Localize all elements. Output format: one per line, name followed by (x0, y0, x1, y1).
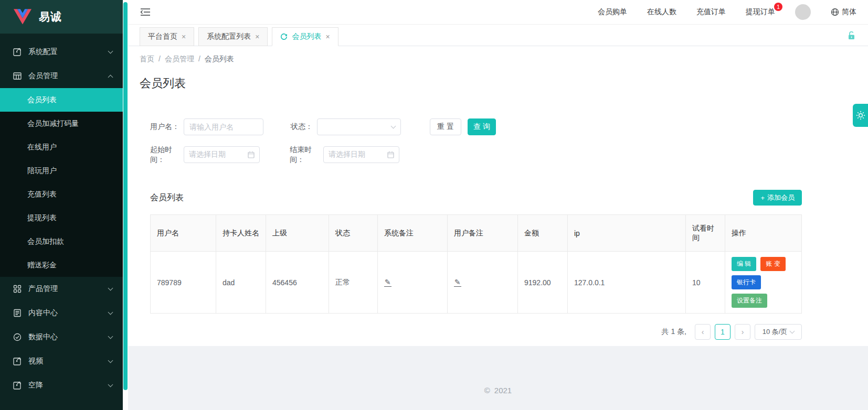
tab-platform-home[interactable]: 平台首页 × (140, 27, 194, 46)
start-date-input[interactable]: 请选择日期 (184, 146, 260, 163)
page-size-select[interactable]: 10 条/页 (755, 324, 802, 340)
plus-icon: + (760, 194, 765, 202)
copyright-year: 2021 (494, 386, 512, 395)
sidebar-subitem-recharge-list[interactable]: 充值列表 (0, 182, 123, 206)
edit-button[interactable]: 编 辑 (732, 257, 756, 271)
grid-icon (13, 285, 22, 293)
sub-item-label: 陪玩用户 (27, 166, 57, 176)
page-1-button[interactable]: 1 (715, 324, 731, 340)
add-member-button[interactable]: + 添加会员 (753, 190, 802, 206)
bank-card-button[interactable]: 银行卡 (732, 275, 761, 289)
sidebar-subitem-gift-bonus[interactable]: 赠送彩金 (0, 253, 123, 277)
cell-trial-time: 10 (686, 252, 725, 314)
tab-bar: 平台首页 × 系统配置列表 × 会员列表 × (128, 25, 868, 46)
topbar-links: 会员购单 在线人数 充值订单 提现订单 1 简体 (598, 4, 856, 20)
brand-name: 易诚 (39, 9, 62, 24)
col-parent: 上级 (266, 215, 329, 252)
sidebar-item-video[interactable]: 视频 (0, 349, 123, 373)
chevron-down-icon (108, 48, 113, 53)
close-icon[interactable]: × (182, 33, 186, 41)
link-withdraw-orders[interactable]: 提现订单 1 (746, 7, 775, 17)
chevron-down-icon (790, 329, 795, 334)
col-username: 用户名 (151, 215, 216, 252)
avatar[interactable] (795, 4, 811, 20)
edit-pencil-icon[interactable]: ✎ (384, 278, 391, 287)
sidebar-item-label: 产品管理 (28, 284, 109, 294)
page-content: 首页 / 会员管理 / 会员列表 会员列表 用户名： 状态： 重 置 查 询 起… (128, 46, 868, 346)
tab-label: 平台首页 (148, 32, 177, 41)
next-page-button[interactable]: › (735, 324, 750, 340)
breadcrumb-member-management[interactable]: 会员管理 (165, 55, 194, 64)
member-submenu: 会员列表 会员加减打码量 在线用户 陪玩用户 充值列表 提现列表 会员加扣款 赠… (0, 88, 123, 277)
gear-icon (855, 110, 866, 121)
sidebar-item-member-management[interactable]: 会员管理 (0, 64, 123, 88)
close-icon[interactable]: × (255, 33, 259, 41)
sidebar-item-content-center[interactable]: 内容中心 (0, 301, 123, 325)
sidebar-subitem-online-users[interactable]: 在线用户 (0, 135, 123, 159)
reset-button[interactable]: 重 置 (430, 118, 461, 135)
username-label: 用户名： (150, 122, 179, 132)
chevron-down-icon (108, 333, 113, 339)
sidebar-nav: 系统配置 会员管理 会员列表 会员加减打码量 在线用户 陪玩用户 充值列表 提现… (0, 34, 123, 397)
end-date-input[interactable]: 请选择日期 (323, 146, 399, 163)
chevron-down-icon (391, 124, 396, 129)
add-member-label: 添加会员 (767, 193, 795, 202)
sidebar-scrollbar-thumb[interactable] (123, 2, 128, 390)
page-footer: © 2021 (128, 346, 868, 410)
username-input[interactable] (184, 118, 263, 135)
breadcrumb: 首页 / 会员管理 / 会员列表 (140, 55, 856, 64)
sidebar-item-system-config[interactable]: 系统配置 (0, 40, 123, 64)
col-system-remark: 系统备注 (378, 215, 448, 252)
member-table: 用户名 持卡人姓名 上级 状态 系统备注 用户备注 金额 ip 试看时间 操作 (150, 214, 802, 314)
sidebar-subitem-companion-users[interactable]: 陪玩用户 (0, 159, 123, 182)
link-online-count[interactable]: 在线人数 (647, 7, 676, 17)
link-recharge-orders[interactable]: 充值订单 (696, 7, 726, 17)
tab-system-config-list[interactable]: 系统配置列表 × (198, 27, 268, 46)
tab-member-list[interactable]: 会员列表 × (272, 27, 338, 46)
sub-item-label: 会员加扣款 (27, 237, 64, 246)
refresh-icon[interactable] (280, 33, 288, 40)
top-header: 会员购单 在线人数 充值订单 提现订单 1 简体 (128, 0, 868, 25)
edit-pencil-icon[interactable]: ✎ (454, 278, 461, 287)
sidebar-subitem-member-bet-adjust[interactable]: 会员加减打码量 (0, 112, 123, 135)
prev-page-button[interactable]: ‹ (695, 324, 711, 340)
lang-label: 简体 (842, 7, 856, 17)
close-icon[interactable]: × (325, 33, 330, 41)
menu-fold-icon[interactable] (140, 7, 151, 17)
unlock-icon[interactable] (848, 31, 855, 41)
globe-icon (831, 8, 839, 16)
sub-item-label: 提现列表 (27, 213, 57, 223)
chevron-down-icon (108, 285, 113, 290)
col-trial-time: 试看时间 (686, 215, 725, 252)
filter-row-2: 起始时间： 请选择日期 结束时间： 请选择日期 (150, 145, 856, 165)
cell-parent: 456456 (266, 252, 329, 314)
brand-logo-icon (14, 9, 31, 25)
account-change-button[interactable]: 账 变 (760, 257, 785, 271)
cell-cardholder: dad (216, 252, 266, 314)
sidebar-item-product-management[interactable]: 产品管理 (0, 277, 123, 301)
sub-item-label: 在线用户 (27, 143, 57, 152)
cell-amount: 9192.00 (518, 252, 568, 314)
settings-drawer-button[interactable] (853, 104, 868, 127)
sidebar-item-airdrop[interactable]: 空降 (0, 373, 123, 397)
chevron-down-icon (108, 382, 113, 387)
sidebar-subitem-member-add-deduct[interactable]: 会员加扣款 (0, 230, 123, 253)
language-switcher[interactable]: 简体 (831, 7, 856, 17)
set-remark-button[interactable]: 设置备注 (732, 294, 767, 308)
search-button[interactable]: 查 询 (468, 118, 496, 135)
sidebar-subitem-withdraw-list[interactable]: 提现列表 (0, 206, 123, 230)
sidebar-item-data-center[interactable]: 数据中心 (0, 325, 123, 349)
status-select[interactable] (317, 118, 401, 135)
breadcrumb-home[interactable]: 首页 (140, 55, 154, 64)
sidebar-subitem-member-list[interactable]: 会员列表 (0, 88, 123, 112)
edit-square-icon (13, 381, 22, 390)
page-size-label: 10 条/页 (763, 327, 788, 337)
sub-item-label: 充值列表 (27, 190, 57, 199)
cell-username: 789789 (151, 252, 216, 314)
col-status: 状态 (329, 215, 378, 252)
link-member-orders[interactable]: 会员购单 (598, 7, 627, 17)
table-row: 789789 dad 456456 正常 ✎ ✎ 9192.00 127.0.0… (151, 252, 802, 314)
total-count: 共 1 条, (662, 327, 686, 337)
cell-system-remark: ✎ (378, 252, 448, 314)
cell-actions: 编 辑 账 变 银行卡 设置备注 (725, 252, 802, 314)
